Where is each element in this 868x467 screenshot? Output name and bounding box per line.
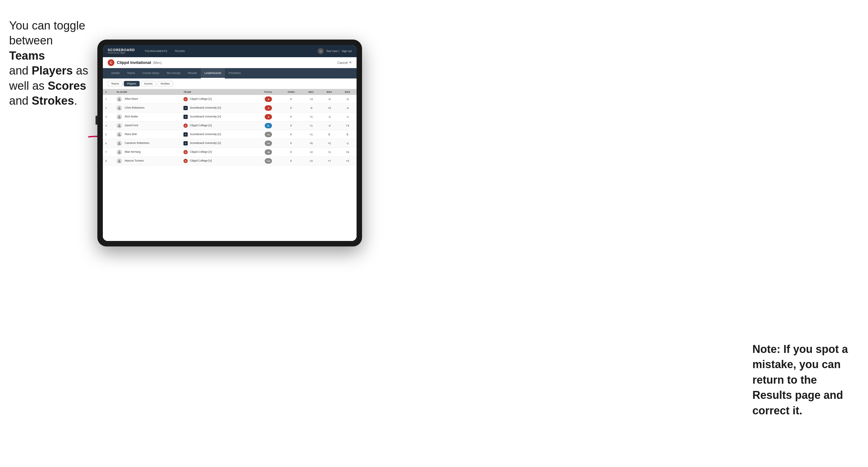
score-badge: -4 [265,105,272,111]
cell-rd2: -2 [320,113,339,121]
cell-thru: F [280,113,302,121]
player-avatar [117,96,122,102]
cell-rd3: -5 [338,95,356,104]
tournament-name: Clippd Invitational [117,60,151,65]
tab-results[interactable]: Results [184,68,201,79]
cell-rd1: +5 [302,139,320,148]
signout-button[interactable]: Sign out [342,50,352,53]
cell-rd1: +1 [302,113,320,121]
svg-point-6 [119,142,120,144]
main-nav: TOURNAMENTS TEAMS [141,45,188,57]
cell-rd1: +2 [302,157,320,165]
score-badge: -2 [265,114,272,120]
score-badge: +6 [265,141,272,146]
cell-team: ≡ Scoreboard University [A] [181,139,256,148]
score-badge: -8 [265,96,272,102]
tablet-frame: SCOREBOARD Powered by clippd TOURNAMENTS… [97,39,362,246]
player-avatar [117,158,122,164]
players-table: # PLAYER TEAM TOTAL THRU RD1 RD2 RD3 1 E [103,89,356,165]
player-avatar [117,149,122,155]
logo-subtitle: Powered by clippd [108,52,135,54]
cell-player: Blair McHarg [114,148,181,157]
nav-teams[interactable]: TEAMS [171,45,189,57]
cell-thru: F [280,130,302,139]
tablet-screen: SCOREBOARD Powered by clippd TOURNAMENTS… [103,45,356,241]
tab-course-setup[interactable]: Course Setup [139,68,163,79]
cell-rd1: -5 [302,104,320,113]
cell-player: Marcus Turners [114,157,181,165]
user-label: Test User | [326,50,339,53]
team-logo: ≡ [183,106,188,110]
table-row: 4 David Ford C Clippd College [A] E F +1… [103,121,356,130]
cell-team: C Clippd College [A] [181,95,256,104]
player-avatar [117,123,122,128]
logo-title: SCOREBOARD [108,49,135,52]
tab-teams[interactable]: Teams [124,68,139,79]
table-row: 5 Rees Britt ≡ Scoreboard University [A]… [103,130,356,139]
cell-total: +8 [256,148,280,157]
cell-team: ≡ Scoreboard University [A] [181,130,256,139]
cell-total: -4 [256,104,280,113]
col-rank: # [103,89,114,95]
table-row: 1 Elliot Ebert C Clippd College [A] -8 F… [103,95,356,104]
cell-rd3: +6 [338,148,356,157]
toggle-players-button[interactable]: Players [124,81,140,86]
nav-tournaments[interactable]: TOURNAMENTS [141,45,171,57]
cell-player: Rees Britt [114,130,181,139]
tab-printables[interactable]: Printables [225,68,244,79]
cell-total: +11 [256,157,280,165]
cell-thru: F [280,104,302,113]
table-row: 8 Marcus Turners C Clippd College [A] +1… [103,157,356,165]
right-annotation: Note: If you spot a mistake, you can ret… [752,342,856,418]
cell-rank: 8 [103,157,114,165]
cell-rd2: -6 [320,95,339,104]
cell-rd1: +3 [302,95,320,104]
sub-nav: Details Teams Course Setup Tee Groups Re… [103,68,356,79]
tournament-bar: C Clippd Invitational (Men) Cancel ✕ [103,57,356,68]
left-annotation: You can toggle between Teams and Players… [9,18,91,108]
svg-point-7 [119,151,120,152]
cell-player: David Ford [114,121,181,130]
cell-total: E [256,121,280,130]
cell-rd3: -4 [338,104,356,113]
tab-tee-groups[interactable]: Tee Groups [163,68,184,79]
cell-total: -8 [256,95,280,104]
cell-rd3: E [338,130,356,139]
cell-rd2: +7 [320,157,339,165]
tab-details[interactable]: Details [108,68,124,79]
cell-rd2: +5 [320,104,339,113]
col-team: TEAM [181,89,256,95]
svg-point-2 [119,107,120,108]
cell-rank: 6 [103,139,114,148]
tournament-icon: C [108,59,114,66]
svg-point-3 [119,116,120,117]
svg-point-8 [119,160,120,161]
tournament-sub: (Men) [153,61,162,64]
col-player: PLAYER [114,89,181,95]
toggle-strokes-button[interactable]: Strokes [157,81,174,86]
cell-thru: F [280,139,302,148]
team-logo: C [183,97,188,101]
cell-thru: F [280,157,302,165]
cell-total: +6 [256,139,280,148]
cell-total: -2 [256,113,280,121]
cell-team: ≡ Scoreboard University [A] [181,113,256,121]
cell-player: Chris Robertson [114,104,181,113]
col-rd1: RD1 [302,89,320,95]
cell-rd2: E [320,130,339,139]
cell-player: Elliot Ebert [114,95,181,104]
player-avatar [117,141,122,146]
score-badge: +1 [265,132,272,137]
col-rd3: RD3 [338,89,356,95]
tab-leaderboards[interactable]: Leaderboards [201,68,225,79]
cancel-button[interactable]: Cancel ✕ [337,61,352,64]
cell-total: +1 [256,130,280,139]
close-icon: ✕ [349,61,352,64]
cell-thru: F [280,95,302,104]
cell-team: C Clippd College [A] [181,157,256,165]
team-logo: C [183,159,188,163]
user-avatar: U [318,48,324,54]
cell-rank: 7 [103,148,114,157]
toggle-teams-button[interactable]: Teams [108,81,123,86]
toggle-scores-button[interactable]: Scores [141,81,156,86]
